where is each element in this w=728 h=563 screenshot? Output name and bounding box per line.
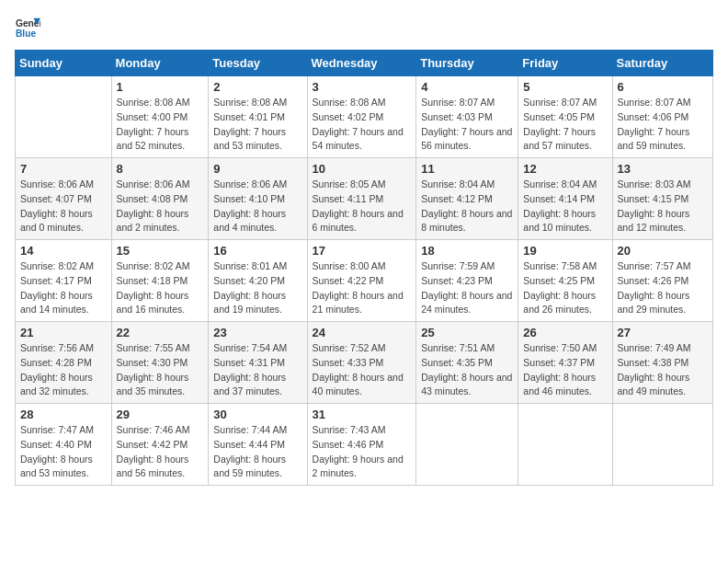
cell-info: Sunrise: 7:58 AMSunset: 4:25 PMDaylight:… xyxy=(523,260,597,315)
calendar-cell: 13Sunrise: 8:03 AMSunset: 4:15 PMDayligh… xyxy=(612,158,712,240)
calendar-cell xyxy=(16,76,112,158)
day-number: 6 xyxy=(618,80,708,94)
cell-info: Sunrise: 8:07 AMSunset: 4:05 PMDaylight:… xyxy=(523,97,597,151)
cell-info: Sunrise: 8:06 AMSunset: 4:07 PMDaylight:… xyxy=(20,178,94,233)
calendar-cell: 16Sunrise: 8:01 AMSunset: 4:20 PMDayligh… xyxy=(209,240,307,322)
day-number: 7 xyxy=(20,162,107,176)
calendar-cell: 21Sunrise: 7:56 AMSunset: 4:28 PMDayligh… xyxy=(16,322,112,404)
cell-info: Sunrise: 7:47 AMSunset: 4:40 PMDaylight:… xyxy=(20,424,94,478)
cell-info: Sunrise: 7:49 AMSunset: 4:38 PMDaylight:… xyxy=(618,342,691,396)
calendar-cell: 1Sunrise: 8:08 AMSunset: 4:00 PMDaylight… xyxy=(111,76,209,158)
cell-info: Sunrise: 8:02 AMSunset: 4:17 PMDaylight:… xyxy=(20,260,94,315)
calendar-cell xyxy=(416,404,518,486)
day-number: 27 xyxy=(618,326,708,339)
day-number: 10 xyxy=(313,162,412,176)
weekday-header-row: SundayMondayTuesdayWednesdayThursdayFrid… xyxy=(16,51,713,76)
calendar-cell: 31Sunrise: 7:43 AMSunset: 4:46 PMDayligh… xyxy=(307,404,416,486)
calendar-cell: 8Sunrise: 8:06 AMSunset: 4:08 PMDaylight… xyxy=(111,158,209,240)
day-number: 9 xyxy=(213,162,301,176)
calendar-cell: 27Sunrise: 7:49 AMSunset: 4:38 PMDayligh… xyxy=(612,322,712,404)
day-number: 22 xyxy=(117,326,204,339)
cell-info: Sunrise: 8:00 AMSunset: 4:22 PMDaylight:… xyxy=(313,260,404,315)
calendar-cell: 24Sunrise: 7:52 AMSunset: 4:33 PMDayligh… xyxy=(307,322,416,404)
day-number: 2 xyxy=(213,80,301,94)
day-number: 30 xyxy=(213,408,301,421)
day-number: 8 xyxy=(117,162,204,176)
cell-info: Sunrise: 7:56 AMSunset: 4:28 PMDaylight:… xyxy=(20,342,94,396)
cell-info: Sunrise: 7:43 AMSunset: 4:46 PMDaylight:… xyxy=(313,424,404,478)
calendar-cell: 6Sunrise: 8:07 AMSunset: 4:06 PMDaylight… xyxy=(612,76,712,158)
logo: General Blue xyxy=(15,15,40,40)
day-number: 25 xyxy=(421,326,513,339)
cell-info: Sunrise: 8:08 AMSunset: 4:02 PMDaylight:… xyxy=(313,97,404,151)
calendar-cell: 15Sunrise: 8:02 AMSunset: 4:18 PMDayligh… xyxy=(111,240,209,322)
calendar-cell: 12Sunrise: 8:04 AMSunset: 4:14 PMDayligh… xyxy=(518,158,612,240)
calendar-cell: 26Sunrise: 7:50 AMSunset: 4:37 PMDayligh… xyxy=(518,322,612,404)
cell-info: Sunrise: 7:52 AMSunset: 4:33 PMDaylight:… xyxy=(313,342,404,396)
day-number: 12 xyxy=(523,162,607,176)
logo-icon: General Blue xyxy=(15,15,40,40)
cell-info: Sunrise: 8:04 AMSunset: 4:14 PMDaylight:… xyxy=(523,178,597,233)
calendar-cell: 11Sunrise: 8:04 AMSunset: 4:12 PMDayligh… xyxy=(416,158,518,240)
calendar-cell: 17Sunrise: 8:00 AMSunset: 4:22 PMDayligh… xyxy=(307,240,416,322)
cell-info: Sunrise: 7:54 AMSunset: 4:31 PMDaylight:… xyxy=(213,342,287,396)
weekday-header-cell: Wednesday xyxy=(307,51,416,76)
day-number: 4 xyxy=(421,80,513,94)
calendar-cell xyxy=(518,404,612,486)
calendar-cell: 18Sunrise: 7:59 AMSunset: 4:23 PMDayligh… xyxy=(416,240,518,322)
cell-info: Sunrise: 8:03 AMSunset: 4:15 PMDaylight:… xyxy=(618,178,691,233)
calendar-cell: 3Sunrise: 8:08 AMSunset: 4:02 PMDaylight… xyxy=(307,76,416,158)
calendar-cell: 22Sunrise: 7:55 AMSunset: 4:30 PMDayligh… xyxy=(111,322,209,404)
calendar-cell: 2Sunrise: 8:08 AMSunset: 4:01 PMDaylight… xyxy=(209,76,307,158)
calendar-cell: 30Sunrise: 7:44 AMSunset: 4:44 PMDayligh… xyxy=(209,404,307,486)
day-number: 19 xyxy=(523,244,607,258)
cell-info: Sunrise: 8:06 AMSunset: 4:10 PMDaylight:… xyxy=(213,178,287,233)
day-number: 11 xyxy=(421,162,513,176)
weekday-header-cell: Tuesday xyxy=(209,51,307,76)
day-number: 31 xyxy=(313,408,412,421)
cell-info: Sunrise: 8:02 AMSunset: 4:18 PMDaylight:… xyxy=(117,260,190,315)
cell-info: Sunrise: 7:44 AMSunset: 4:44 PMDaylight:… xyxy=(213,424,287,478)
day-number: 21 xyxy=(20,326,107,339)
calendar-week-row: 14Sunrise: 8:02 AMSunset: 4:17 PMDayligh… xyxy=(16,240,713,322)
day-number: 29 xyxy=(117,408,204,421)
calendar-cell: 20Sunrise: 7:57 AMSunset: 4:26 PMDayligh… xyxy=(612,240,712,322)
calendar-cell: 5Sunrise: 8:07 AMSunset: 4:05 PMDaylight… xyxy=(518,76,612,158)
calendar-cell: 23Sunrise: 7:54 AMSunset: 4:31 PMDayligh… xyxy=(209,322,307,404)
weekday-header-cell: Friday xyxy=(518,51,612,76)
calendar-week-row: 28Sunrise: 7:47 AMSunset: 4:40 PMDayligh… xyxy=(16,404,713,486)
day-number: 23 xyxy=(213,326,301,339)
cell-info: Sunrise: 8:05 AMSunset: 4:11 PMDaylight:… xyxy=(313,178,404,233)
calendar-week-row: 1Sunrise: 8:08 AMSunset: 4:00 PMDaylight… xyxy=(16,76,713,158)
cell-info: Sunrise: 7:55 AMSunset: 4:30 PMDaylight:… xyxy=(117,342,190,396)
cell-info: Sunrise: 7:57 AMSunset: 4:26 PMDaylight:… xyxy=(618,260,691,315)
calendar-cell: 4Sunrise: 8:07 AMSunset: 4:03 PMDaylight… xyxy=(416,76,518,158)
day-number: 1 xyxy=(117,80,204,94)
cell-info: Sunrise: 7:46 AMSunset: 4:42 PMDaylight:… xyxy=(117,424,190,478)
day-number: 15 xyxy=(117,244,204,258)
calendar-body: 1Sunrise: 8:08 AMSunset: 4:00 PMDaylight… xyxy=(16,76,713,486)
calendar-table: SundayMondayTuesdayWednesdayThursdayFrid… xyxy=(15,50,713,486)
cell-info: Sunrise: 7:50 AMSunset: 4:37 PMDaylight:… xyxy=(523,342,597,396)
cell-info: Sunrise: 8:06 AMSunset: 4:08 PMDaylight:… xyxy=(117,178,190,233)
day-number: 5 xyxy=(523,80,607,94)
cell-info: Sunrise: 7:51 AMSunset: 4:35 PMDaylight:… xyxy=(421,342,512,396)
day-number: 13 xyxy=(618,162,708,176)
calendar-cell: 10Sunrise: 8:05 AMSunset: 4:11 PMDayligh… xyxy=(307,158,416,240)
calendar-cell: 28Sunrise: 7:47 AMSunset: 4:40 PMDayligh… xyxy=(16,404,112,486)
day-number: 3 xyxy=(313,80,412,94)
svg-text:Blue: Blue xyxy=(16,29,37,39)
calendar-cell: 7Sunrise: 8:06 AMSunset: 4:07 PMDaylight… xyxy=(16,158,112,240)
calendar-week-row: 7Sunrise: 8:06 AMSunset: 4:07 PMDaylight… xyxy=(16,158,713,240)
calendar-week-row: 21Sunrise: 7:56 AMSunset: 4:28 PMDayligh… xyxy=(16,322,713,404)
cell-info: Sunrise: 7:59 AMSunset: 4:23 PMDaylight:… xyxy=(421,260,512,315)
cell-info: Sunrise: 8:01 AMSunset: 4:20 PMDaylight:… xyxy=(213,260,287,315)
day-number: 18 xyxy=(421,244,513,258)
calendar-cell: 14Sunrise: 8:02 AMSunset: 4:17 PMDayligh… xyxy=(16,240,112,322)
day-number: 24 xyxy=(313,326,412,339)
day-number: 20 xyxy=(618,244,708,258)
calendar-cell: 29Sunrise: 7:46 AMSunset: 4:42 PMDayligh… xyxy=(111,404,209,486)
cell-info: Sunrise: 8:07 AMSunset: 4:06 PMDaylight:… xyxy=(618,97,691,151)
day-number: 28 xyxy=(20,408,107,421)
day-number: 17 xyxy=(313,244,412,258)
